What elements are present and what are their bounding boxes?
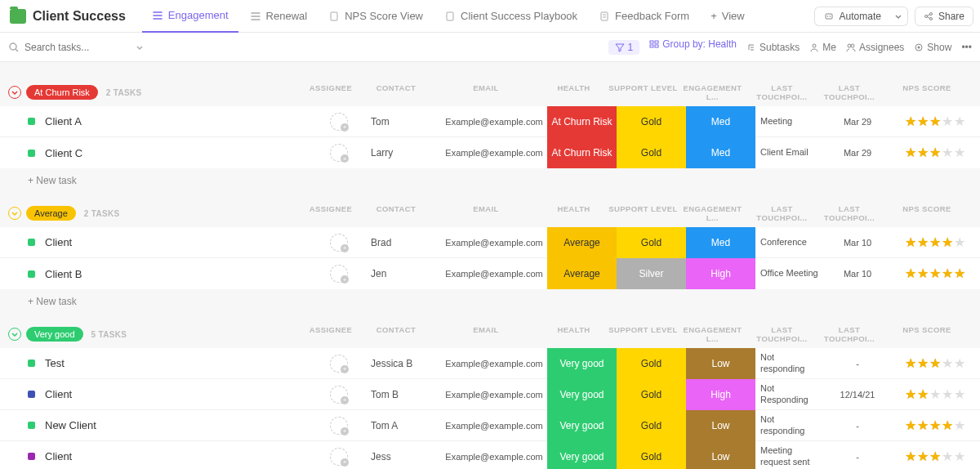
touchpoint-note-cell[interactable]: Meeting request sent xyxy=(755,445,825,467)
assignee-cell[interactable] xyxy=(310,448,368,466)
support-level-cell[interactable]: Gold xyxy=(617,410,686,441)
health-cell[interactable]: Average xyxy=(547,227,617,258)
touchpoint-date-cell[interactable]: Mar 10 xyxy=(825,238,890,248)
support-level-cell[interactable]: Silver xyxy=(617,258,686,289)
nps-cell[interactable]: ★★★★★ xyxy=(890,115,980,128)
nps-cell[interactable]: ★★★★★ xyxy=(890,450,980,463)
new-task-button[interactable]: + New task xyxy=(0,289,980,314)
touchpoint-note-cell[interactable]: Meeting xyxy=(755,116,825,127)
contact-cell[interactable]: Larry xyxy=(368,147,441,159)
group-badge[interactable]: Average xyxy=(26,206,76,221)
touchpoint-date-cell[interactable]: 12/14/21 xyxy=(825,390,890,400)
assignee-cell[interactable] xyxy=(310,355,368,373)
avatar-placeholder-icon[interactable] xyxy=(330,265,348,283)
email-cell[interactable]: Example@example.com xyxy=(441,390,547,400)
tab-engagement[interactable]: Engagement xyxy=(142,0,238,33)
assignee-cell[interactable] xyxy=(310,417,368,435)
email-cell[interactable]: Example@example.com xyxy=(441,421,547,431)
touchpoint-note-cell[interactable]: Office Meeting xyxy=(755,268,825,279)
touchpoint-date-cell[interactable]: - xyxy=(825,359,890,368)
support-level-cell[interactable]: Gold xyxy=(617,227,686,258)
health-cell[interactable]: At Churn Risk xyxy=(547,106,617,137)
task-name[interactable]: New Client xyxy=(45,419,310,431)
group-badge[interactable]: Very good xyxy=(26,327,83,342)
filter-button[interactable]: 1 xyxy=(608,40,640,55)
show-button[interactable]: Show xyxy=(914,42,951,53)
assignee-cell[interactable] xyxy=(310,386,368,404)
new-task-button[interactable]: + New task xyxy=(0,168,980,193)
touchpoint-note-cell[interactable]: Client Email xyxy=(755,147,825,158)
contact-cell[interactable]: Jessica B xyxy=(368,358,441,369)
health-cell[interactable]: Very good xyxy=(547,410,617,441)
health-cell[interactable]: At Churn Risk xyxy=(547,137,617,168)
touchpoint-date-cell[interactable]: Mar 10 xyxy=(825,269,890,279)
touchpoint-date-cell[interactable]: Mar 29 xyxy=(825,148,890,158)
touchpoint-date-cell[interactable]: Mar 29 xyxy=(825,117,890,127)
collapse-toggle[interactable] xyxy=(8,207,21,220)
share-button[interactable]: Share xyxy=(915,7,973,26)
nps-cell[interactable]: ★★★★★ xyxy=(890,236,980,249)
collapse-toggle[interactable] xyxy=(8,86,21,99)
table-row[interactable]: Client Tom B Example@example.com Very go… xyxy=(0,379,980,410)
touchpoint-note-cell[interactable]: Not responding xyxy=(755,352,825,373)
engagement-cell[interactable]: Low xyxy=(686,441,755,470)
group-badge[interactable]: At Churn Risk xyxy=(26,85,98,100)
avatar-placeholder-icon[interactable] xyxy=(330,417,348,435)
touchpoint-date-cell[interactable]: - xyxy=(825,452,890,462)
group-by-button[interactable]: Group by: Health xyxy=(649,38,737,50)
contact-cell[interactable]: Tom A xyxy=(368,420,441,431)
task-name[interactable]: Test xyxy=(45,357,310,369)
engagement-cell[interactable]: High xyxy=(686,258,755,289)
engagement-cell[interactable]: Low xyxy=(686,348,755,379)
task-name[interactable]: Client xyxy=(45,388,310,400)
support-level-cell[interactable]: Gold xyxy=(617,348,686,379)
task-name[interactable]: Client xyxy=(45,236,310,248)
engagement-cell[interactable]: High xyxy=(686,379,755,410)
chevron-down-icon[interactable] xyxy=(136,43,144,51)
tab-nps-score-view[interactable]: NPS Score View xyxy=(318,0,433,33)
email-cell[interactable]: Example@example.com xyxy=(441,238,547,248)
status-dot[interactable] xyxy=(28,270,35,278)
health-cell[interactable]: Very good xyxy=(547,441,617,470)
nps-cell[interactable]: ★★★★★ xyxy=(890,419,980,432)
task-name[interactable]: Client C xyxy=(45,147,310,159)
task-name[interactable]: Client A xyxy=(45,115,310,127)
support-level-cell[interactable]: Gold xyxy=(617,379,686,410)
table-row[interactable]: Client A Tom Example@example.com At Chur… xyxy=(0,106,980,137)
engagement-cell[interactable]: Med xyxy=(686,106,755,137)
automate-dropdown[interactable] xyxy=(889,7,908,26)
tab-renewal[interactable]: Renewal xyxy=(240,0,318,33)
table-row[interactable]: Client Brad Example@example.com Average … xyxy=(0,227,980,258)
support-level-cell[interactable]: Gold xyxy=(617,137,686,168)
contact-cell[interactable]: Brad xyxy=(368,237,441,248)
avatar-placeholder-icon[interactable] xyxy=(330,234,348,252)
touchpoint-note-cell[interactable]: Not Responding xyxy=(755,383,825,404)
more-button[interactable]: ••• xyxy=(961,42,972,53)
assignee-cell[interactable] xyxy=(310,234,368,252)
status-dot[interactable] xyxy=(28,118,35,125)
table-row[interactable]: New Client Tom A Example@example.com Ver… xyxy=(0,410,980,441)
search-input[interactable] xyxy=(24,42,131,53)
nps-cell[interactable]: ★★★★★ xyxy=(890,357,980,370)
touchpoint-note-cell[interactable]: Not responding xyxy=(755,414,825,436)
email-cell[interactable]: Example@example.com xyxy=(441,148,547,158)
task-name[interactable]: Client B xyxy=(45,268,310,280)
email-cell[interactable]: Example@example.com xyxy=(441,117,547,127)
email-cell[interactable]: Example@example.com xyxy=(441,359,547,368)
avatar-placeholder-icon[interactable] xyxy=(330,113,348,131)
email-cell[interactable]: Example@example.com xyxy=(441,452,547,462)
table-row[interactable]: Client B Jen Example@example.com Average… xyxy=(0,258,980,289)
assignee-cell[interactable] xyxy=(310,144,368,162)
nps-cell[interactable]: ★★★★★ xyxy=(890,267,980,280)
table-row[interactable]: Client Jess Example@example.com Very goo… xyxy=(0,441,980,469)
support-level-cell[interactable]: Gold xyxy=(617,441,686,470)
assignee-cell[interactable] xyxy=(310,265,368,283)
tab-feedback-form[interactable]: Feedback Form xyxy=(589,0,699,33)
collapse-toggle[interactable] xyxy=(8,328,21,341)
health-cell[interactable]: Average xyxy=(547,258,617,289)
status-dot[interactable] xyxy=(28,150,35,157)
avatar-placeholder-icon[interactable] xyxy=(330,355,348,373)
contact-cell[interactable]: Jen xyxy=(368,268,441,279)
me-button[interactable]: Me xyxy=(809,42,836,53)
contact-cell[interactable]: Jess xyxy=(368,451,441,462)
